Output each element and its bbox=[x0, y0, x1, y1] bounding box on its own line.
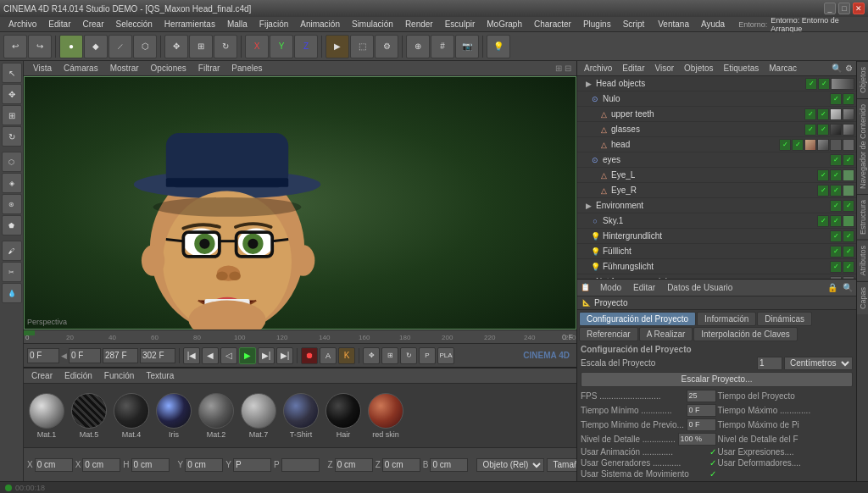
obj-check-vis[interactable]: ✓ bbox=[817, 185, 829, 197]
obj-sky1[interactable]: ○ Sky.1 ✓ ✓ bbox=[577, 213, 856, 229]
vp-mostrar-btn[interactable]: Mostrar bbox=[106, 63, 143, 74]
obj-head-objects[interactable]: ▶ Head objects ✓ ✓ bbox=[577, 76, 856, 91]
obj-archivo-btn[interactable]: Archivo bbox=[581, 63, 615, 74]
render-btn[interactable]: ▶ bbox=[326, 35, 349, 58]
coord-rz-input[interactable] bbox=[382, 458, 420, 472]
obj-check-vis[interactable]: ✓ bbox=[830, 230, 842, 242]
obj-visor-btn[interactable]: Visor bbox=[651, 63, 677, 74]
current-frame-input[interactable] bbox=[27, 348, 59, 363]
obj-environment[interactable]: ▶ Environment ✓ ✓ bbox=[577, 198, 856, 213]
obj-glasses[interactable]: △ glasses ✓ ✓ bbox=[577, 122, 856, 137]
vtab-estructura[interactable]: Estructura bbox=[857, 194, 868, 240]
proj-tab-interpolacion[interactable]: Interpolación de Claves bbox=[693, 327, 798, 341]
obj-check-render[interactable]: ✓ bbox=[830, 169, 842, 181]
snap-btn[interactable]: ⊕ bbox=[406, 35, 430, 58]
attr-editar-btn[interactable]: Editar bbox=[628, 282, 660, 293]
obj-nulo[interactable]: ⊙ Nulo ✓ ✓ bbox=[577, 91, 856, 107]
attr-user-data-btn[interactable]: Datos de Usuario bbox=[662, 282, 737, 293]
obj-upper-teeth[interactable]: △ upper teeth ✓ ✓ bbox=[577, 107, 856, 122]
menu-script[interactable]: Script bbox=[618, 19, 650, 30]
left-tool5-btn[interactable]: ⬡ bbox=[2, 152, 22, 172]
coord-y-input[interactable] bbox=[185, 458, 223, 472]
attr-lock-icon[interactable]: 🔒 bbox=[827, 283, 837, 292]
coord-space-dropdown[interactable]: Objeto (Rel) Mundo bbox=[476, 458, 544, 472]
start-frame-input[interactable] bbox=[69, 348, 101, 363]
left-select-btn[interactable]: ↖ bbox=[2, 63, 22, 83]
left-paint-btn[interactable]: 🖌 bbox=[2, 241, 22, 261]
menu-animacion[interactable]: Animación bbox=[295, 19, 345, 30]
menu-archivo[interactable]: Archivo bbox=[3, 19, 42, 30]
poly-mode-button[interactable]: ⬡ bbox=[133, 35, 157, 58]
obj-check-vis[interactable]: ✓ bbox=[830, 200, 842, 212]
menu-herramientas[interactable]: Herramientas bbox=[159, 19, 220, 30]
play-btn[interactable]: ▶ bbox=[239, 347, 256, 364]
key-btn[interactable]: K bbox=[338, 347, 355, 364]
go-end-btn[interactable]: ▶| bbox=[276, 347, 293, 364]
vp-cameras-btn[interactable]: Cámaras bbox=[59, 63, 103, 74]
x-axis-btn[interactable]: X bbox=[245, 35, 269, 58]
coord-h-input[interactable] bbox=[131, 458, 170, 472]
record-btn[interactable]: ⏺ bbox=[301, 347, 318, 364]
light-btn[interactable]: 💡 bbox=[487, 35, 510, 58]
play-reverse-btn[interactable]: ◁ bbox=[220, 347, 237, 364]
material-mat5[interactable]: Mat.5 bbox=[71, 393, 107, 439]
obj-eyes[interactable]: ⊙ eyes ✓ ✓ bbox=[577, 152, 856, 168]
mat-crear-btn[interactable]: Crear bbox=[27, 370, 57, 381]
menu-esculpir[interactable]: Esculpir bbox=[440, 19, 481, 30]
render-settings-btn[interactable]: ⚙ bbox=[375, 35, 398, 58]
menu-seleccion[interactable]: Selección bbox=[111, 19, 158, 30]
mat-edicion-btn[interactable]: Edición bbox=[60, 370, 97, 381]
left-move-btn[interactable]: ✥ bbox=[2, 84, 22, 104]
obj-check-render[interactable]: ✓ bbox=[830, 185, 842, 197]
obj-eye-r[interactable]: △ Eye_R ✓ ✓ bbox=[577, 183, 856, 198]
vp-vista-btn[interactable]: Vista bbox=[29, 63, 56, 74]
proj-tab-dinamicas[interactable]: Dinámicas bbox=[757, 312, 812, 326]
viewport[interactable]: Perspectiva bbox=[24, 76, 576, 330]
obj-check-vis[interactable]: ✓ bbox=[805, 78, 817, 90]
left-scale-btn[interactable]: ⊞ bbox=[2, 105, 22, 125]
proj-tab-referenciar[interactable]: Referenciar bbox=[579, 327, 638, 341]
vp-opciones-btn[interactable]: Opciones bbox=[147, 63, 191, 74]
obj-check-render[interactable]: ✓ bbox=[843, 154, 854, 166]
attr-search-icon[interactable]: 🔍 bbox=[843, 283, 853, 292]
menu-crear[interactable]: Crear bbox=[77, 19, 108, 30]
coord-z-input[interactable] bbox=[335, 458, 373, 472]
material-mat1[interactable]: Mat.1 bbox=[29, 393, 64, 439]
obj-check-vis[interactable]: ✓ bbox=[817, 215, 829, 227]
redo-button[interactable]: ↪ bbox=[28, 35, 52, 58]
go-start-btn[interactable]: |◀ bbox=[183, 347, 200, 364]
attr-modo-btn[interactable]: Modo bbox=[595, 282, 626, 293]
obj-check-vis[interactable]: ✓ bbox=[830, 93, 842, 105]
menu-character[interactable]: Character bbox=[529, 19, 576, 30]
z-axis-btn[interactable]: Z bbox=[294, 35, 318, 58]
obj-marcac-btn[interactable]: Marcac bbox=[765, 63, 800, 74]
material-mat2[interactable]: Mat.2 bbox=[198, 393, 234, 439]
rotate-tool-button[interactable]: ↻ bbox=[214, 35, 237, 58]
obj-check-vis[interactable]: ✓ bbox=[830, 154, 842, 166]
menu-render[interactable]: Render bbox=[400, 19, 438, 30]
obj-check-render[interactable]: ✓ bbox=[843, 261, 854, 273]
material-tshirt[interactable]: T-Shirt bbox=[283, 393, 319, 439]
obj-check-vis[interactable]: ✓ bbox=[830, 246, 842, 258]
vtab-capas[interactable]: Capas bbox=[857, 281, 868, 314]
coord-p-input[interactable] bbox=[281, 458, 320, 472]
obj-check-render[interactable]: ✓ bbox=[817, 124, 829, 136]
scale-unit-dropdown[interactable]: Centímetros Metros Milímetros bbox=[784, 357, 853, 370]
mat-textura-btn[interactable]: Textura bbox=[142, 370, 178, 381]
vtab-objetos[interactable]: Objetos bbox=[857, 61, 868, 98]
obj-hintergrundlicht[interactable]: 💡 Hintergrundlicht ✓ ✓ bbox=[577, 229, 856, 244]
obj-eye-l[interactable]: △ Eye_L ✓ ✓ bbox=[577, 168, 856, 183]
maximize-button[interactable]: □ bbox=[838, 3, 850, 14]
menu-editar[interactable]: Editar bbox=[43, 19, 75, 30]
obj-check-vis[interactable]: ✓ bbox=[830, 261, 842, 273]
material-iris[interactable]: Iris bbox=[156, 393, 192, 439]
next-frame-btn[interactable]: ▶| bbox=[258, 347, 275, 364]
point-mode-button[interactable]: ◆ bbox=[84, 35, 108, 58]
grid-btn[interactable]: # bbox=[431, 35, 454, 58]
vtab-atributos[interactable]: Atributos bbox=[857, 240, 868, 281]
end-frame-input[interactable] bbox=[103, 348, 138, 363]
min-time-input[interactable] bbox=[687, 404, 716, 417]
minimize-button[interactable]: _ bbox=[824, 3, 836, 14]
param-key-btn[interactable]: P bbox=[419, 347, 436, 364]
obj-check-render[interactable]: ✓ bbox=[792, 139, 804, 151]
